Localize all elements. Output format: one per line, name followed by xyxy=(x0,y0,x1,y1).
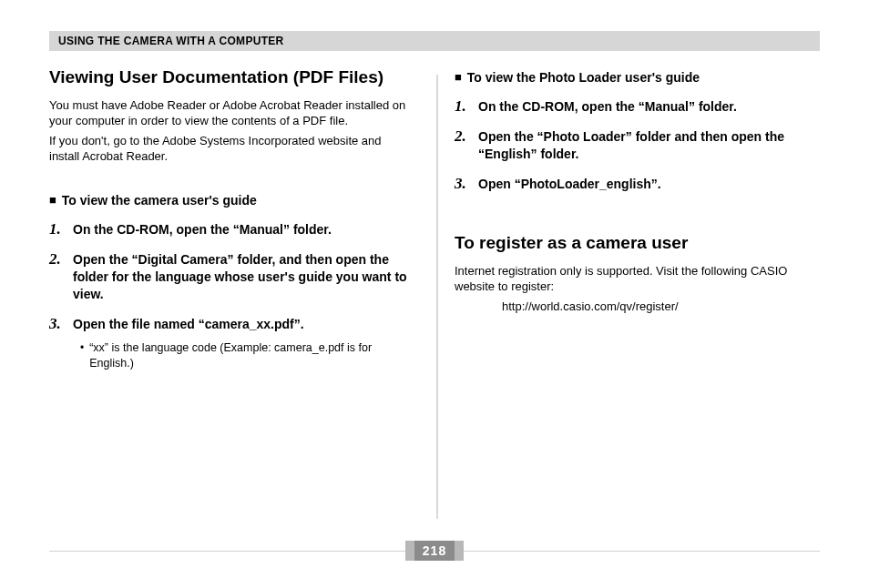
left-note: • “xx” is the language code (Example: ca… xyxy=(80,340,414,371)
right-subheading: ■ To view the Photo Loader user's guide xyxy=(455,69,820,86)
bullet-dot-icon: • xyxy=(80,340,84,371)
step-text: On the CD-ROM, open the “Manual” folder. xyxy=(73,221,332,238)
list-item: 1. On the CD-ROM, open the “Manual” fold… xyxy=(49,221,414,238)
pagebox-edge-right xyxy=(455,541,464,561)
register-url: http://world.casio.com/qv/register/ xyxy=(502,299,820,315)
left-intro-1: You must have Adobe Reader or Adobe Acro… xyxy=(49,97,414,129)
step-number: 3. xyxy=(455,176,471,193)
left-subheading-text: To view the camera user's guide xyxy=(62,192,257,208)
right-column: ■ To view the Photo Loader user's guide … xyxy=(434,67,820,370)
column-divider xyxy=(436,75,438,519)
step-number: 2. xyxy=(49,251,66,303)
left-heading: Viewing User Documentation (PDF Files) xyxy=(49,67,414,88)
register-heading: To register as a camera user xyxy=(455,233,820,254)
pagebox-edge-left xyxy=(405,541,414,561)
list-item: 3. Open the file named “camera_xx.pdf”. xyxy=(49,316,414,333)
step-text: Open the file named “camera_xx.pdf”. xyxy=(73,316,304,333)
step-text: Open the “Photo Loader” folder and then … xyxy=(478,128,820,163)
left-intro-2: If you don't, go to the Adobe Systems In… xyxy=(49,133,414,165)
page-number: 218 xyxy=(414,541,455,561)
left-subheading: ■ To view the camera user's guide xyxy=(49,192,414,208)
page-footer: 218 xyxy=(49,541,820,563)
right-subheading-text: To view the Photo Loader user's guide xyxy=(467,69,700,86)
page-number-box: 218 xyxy=(405,541,464,561)
right-steps: 1. On the CD-ROM, open the “Manual” fold… xyxy=(455,98,820,193)
section-header-bar: USING THE CAMERA WITH A COMPUTER xyxy=(49,31,820,51)
page: USING THE CAMERA WITH A COMPUTER Viewing… xyxy=(0,0,869,588)
section-header-text: USING THE CAMERA WITH A COMPUTER xyxy=(58,35,284,47)
square-bullet-icon: ■ xyxy=(49,192,56,208)
list-item: 3. Open “PhotoLoader_english”. xyxy=(455,176,820,193)
square-bullet-icon: ■ xyxy=(455,69,462,86)
list-item: 2. Open the “Photo Loader” folder and th… xyxy=(455,128,820,163)
step-text: Open “PhotoLoader_english”. xyxy=(478,176,661,193)
left-column: Viewing User Documentation (PDF Files) Y… xyxy=(49,67,434,370)
list-item: 2. Open the “Digital Camera” folder, and… xyxy=(49,251,414,303)
step-number: 1. xyxy=(49,221,66,238)
columns: Viewing User Documentation (PDF Files) Y… xyxy=(49,67,820,370)
step-text: On the CD-ROM, open the “Manual” folder. xyxy=(478,98,737,116)
step-number: 2. xyxy=(455,128,471,163)
list-item: 1. On the CD-ROM, open the “Manual” fold… xyxy=(455,98,820,116)
step-number: 1. xyxy=(455,98,471,116)
left-note-text: “xx” is the language code (Example: came… xyxy=(89,340,414,371)
step-text: Open the “Digital Camera” folder, and th… xyxy=(73,251,414,303)
left-steps: 1. On the CD-ROM, open the “Manual” fold… xyxy=(49,221,414,332)
register-body: Internet registration only is supported.… xyxy=(455,263,820,295)
step-number: 3. xyxy=(49,316,66,333)
